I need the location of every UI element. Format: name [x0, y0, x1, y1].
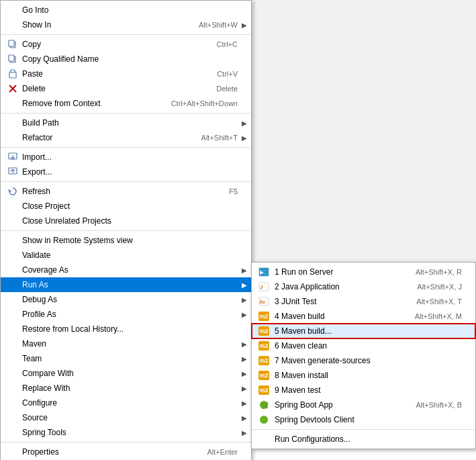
menu-item-copy-qualified[interactable]: Copy Qualified Name — [1, 52, 251, 66]
menu-item-configure[interactable]: Configure ▶ — [1, 396, 251, 410]
submenu-spring-boot-app[interactable]: 🌿 Spring Boot App Alt+Shift+X, B — [252, 398, 475, 412]
restore-history-icon — [6, 324, 19, 334]
submenu-junit-test[interactable]: Ju 3 JUnit Test Alt+Shift+X, T — [252, 294, 475, 309]
menu-item-go-into[interactable]: Go Into — [1, 3, 251, 17]
menu-item-compare-with[interactable]: Compare With ▶ — [1, 366, 251, 381]
menu-item-validate[interactable]: Validate — [1, 248, 251, 263]
menu-item-label: Copy — [22, 40, 203, 49]
submenu-item-shortcut: Alt+Shift+X, B — [416, 401, 462, 409]
separator — [252, 429, 475, 430]
menu-item-label: Go Into — [22, 5, 238, 15]
menu-item-debug-as[interactable]: Debug As ▶ — [1, 292, 251, 307]
menu-item-refactor[interactable]: Refactor Alt+Shift+T ▶ — [1, 130, 251, 145]
menu-item-close-unrelated[interactable]: Close Unrelated Projects — [1, 214, 251, 228]
menu-item-export[interactable]: Export... — [1, 165, 251, 179]
menu-item-profile-as[interactable]: Profile As ▶ — [1, 307, 251, 322]
menu-item-label: Restore from Local History... — [22, 324, 238, 334]
menu-item-label: Import... — [22, 152, 238, 162]
menu-item-refresh[interactable]: Refresh F5 — [1, 184, 251, 199]
menu-item-label: Delete — [22, 84, 203, 93]
separator — [1, 442, 251, 443]
arrow-icon: ▶ — [242, 414, 247, 422]
submenu-item-label: 4 Maven build — [275, 312, 408, 321]
separator — [1, 147, 251, 148]
refresh-icon — [6, 186, 19, 197]
submenu-item-label: Spring Devtools Client — [275, 415, 462, 424]
profile-as-icon — [6, 309, 19, 320]
maven-test-icon: m2 — [257, 385, 271, 396]
submenu-item-label: 6 Maven clean — [275, 341, 462, 351]
menu-item-coverage-as[interactable]: Coverage As ▶ — [1, 263, 251, 277]
menu-item-replace-with[interactable]: Replace With ▶ — [1, 381, 251, 396]
menu-item-copy[interactable]: Copy Ctrl+C — [1, 37, 251, 52]
menu-item-label: Show In — [22, 20, 185, 30]
menu-item-shortcut: Ctrl+Alt+Shift+Down — [171, 99, 238, 107]
submenu-maven-test[interactable]: m2 9 Maven test — [252, 383, 475, 398]
menu-item-label: Validate — [22, 250, 238, 260]
menu-item-run-as[interactable]: Run As ▶ — [1, 277, 251, 292]
submenu-java-app[interactable]: J 2 Java Application Alt+Shift+X, J — [252, 279, 475, 294]
arrow-icon: ▶ — [242, 134, 247, 142]
menu-item-close-project[interactable]: Close Project — [1, 199, 251, 214]
spring-devtools-icon — [257, 414, 271, 425]
submenu-item-label: 7 Maven generate-sources — [275, 356, 462, 365]
menu-item-team[interactable]: Team ▶ — [1, 351, 251, 366]
menu-item-show-remote[interactable]: Show in Remote Systems view — [1, 233, 251, 248]
paste-icon — [6, 68, 19, 79]
submenu-maven-generate[interactable]: m2 7 Maven generate-sources — [252, 353, 475, 368]
menu-item-label: Properties — [22, 447, 193, 457]
menu-item-shortcut: Ctrl+V — [217, 70, 238, 78]
menu-item-shortcut: Alt+Shift+W — [199, 21, 238, 29]
submenu-item-label: 1 Run on Server — [275, 267, 409, 277]
maven-generate-icon: m2 — [257, 355, 271, 366]
menu-item-spring-tools[interactable]: Spring Tools ▶ — [1, 425, 251, 440]
menu-item-label: Compare With — [22, 369, 238, 378]
import-icon — [6, 152, 19, 163]
submenu-item-label: Run Configurations... — [275, 434, 462, 444]
menu-item-restore-history[interactable]: Restore from Local History... — [1, 322, 251, 336]
menu-item-delete[interactable]: Delete Delete — [1, 81, 251, 96]
menu-item-label: Refactor — [22, 133, 188, 142]
arrow-icon: ▶ — [242, 21, 247, 29]
submenu-run-on-server[interactable]: ▶ 1 Run on Server Alt+Shift+X, R — [252, 265, 475, 279]
go-into-icon — [6, 5, 19, 15]
menu-item-label: Close Unrelated Projects — [22, 216, 238, 226]
submenu-item-label: Spring Boot App — [275, 400, 410, 410]
run-as-submenu: ▶ 1 Run on Server Alt+Shift+X, R J 2 Jav… — [251, 262, 476, 449]
menu-item-remove-context[interactable]: Remove from Context Ctrl+Alt+Shift+Down — [1, 96, 251, 111]
submenu-maven-clean[interactable]: m2 6 Maven clean — [252, 338, 475, 353]
arrow-icon: ▶ — [242, 370, 247, 377]
menu-item-build-path[interactable]: Build Path ▶ — [1, 116, 251, 130]
submenu-maven-build[interactable]: m2 4 Maven build Alt+Shift+X, M — [252, 309, 475, 324]
submenu-spring-devtools[interactable]: Spring Devtools Client — [252, 412, 475, 427]
submenu-maven-install[interactable]: m2 8 Maven install — [252, 368, 475, 383]
validate-icon — [6, 250, 19, 261]
submenu-item-label: 8 Maven install — [275, 371, 462, 380]
junit-test-icon: Ju — [257, 296, 271, 307]
svg-text:J: J — [260, 284, 263, 290]
svg-rect-1 — [9, 40, 14, 46]
submenu-run-configurations[interactable]: Run Configurations... — [252, 432, 475, 447]
copy-icon — [6, 39, 19, 50]
arrow-icon: ▶ — [242, 355, 247, 363]
run-configurations-icon — [257, 434, 271, 445]
arrow-icon: ▶ — [242, 385, 247, 392]
arrow-icon: ▶ — [242, 311, 247, 318]
menu-item-maven[interactable]: Maven ▶ — [1, 336, 251, 351]
menu-item-paste[interactable]: Paste Ctrl+V — [1, 66, 251, 81]
separator — [1, 230, 251, 231]
menu-item-properties[interactable]: Properties Alt+Enter — [1, 445, 251, 459]
menu-item-label: Debug As — [22, 295, 238, 304]
separator — [1, 181, 251, 182]
submenu-maven-build-ellipsis[interactable]: m2 5 Maven build... — [252, 324, 475, 338]
copy-qualified-icon — [6, 54, 19, 64]
arrow-icon: ▶ — [242, 429, 247, 436]
svg-rect-3 — [9, 55, 14, 61]
close-project-icon — [6, 201, 19, 212]
menu-item-import[interactable]: Import... — [1, 150, 251, 165]
menu-item-show-in[interactable]: Show In Alt+Shift+W ▶ — [1, 17, 251, 32]
submenu-item-shortcut: Alt+Shift+X, R — [416, 268, 462, 276]
menu-item-label: Copy Qualified Name — [22, 54, 238, 64]
menu-item-source[interactable]: Source ▶ — [1, 410, 251, 425]
arrow-icon: ▶ — [242, 340, 247, 348]
